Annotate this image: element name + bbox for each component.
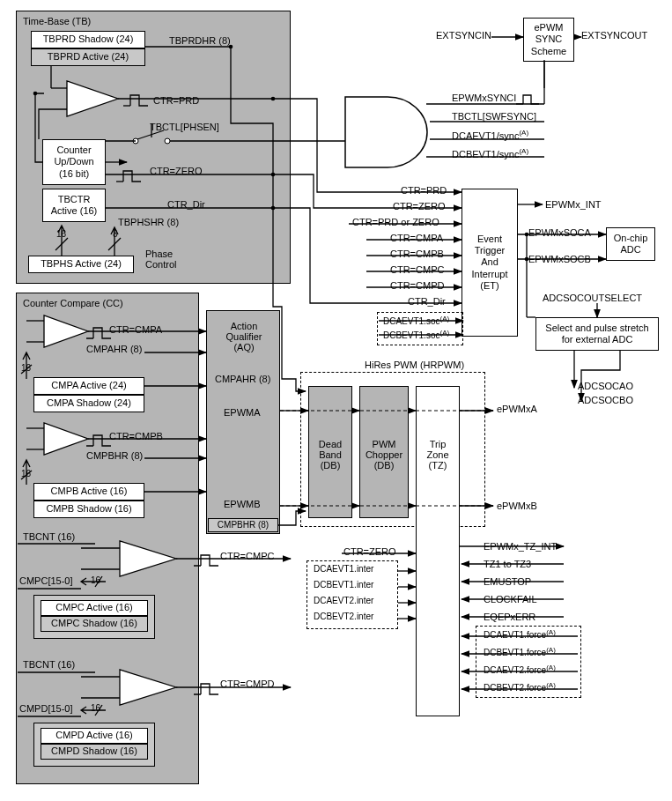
dcbevt1-force: DCBEVT1.force(A) — [484, 647, 556, 657]
tbprdhr-label: TBPRDHR (8) — [169, 35, 231, 46]
dcbevt1-inter: DCBEVT1.inter — [314, 580, 373, 590]
cmpbhr-label: CMPBHR (8) — [86, 450, 143, 461]
db-label: Dead Band (DB) — [314, 439, 347, 471]
tbctl-phsen-label: TBCTL[PHSEN] — [150, 122, 219, 132]
cmpc-slice-label: CMPC[15-0] — [19, 575, 73, 586]
et-ctr-cmpd: CTR=CMPD — [390, 280, 444, 291]
et-ctr-dir: CTR_Dir — [408, 296, 446, 307]
ctr-cmpa-label: CTR=CMPA — [109, 324, 162, 335]
dcaevt1-force: DCAEVT1.force(A) — [484, 629, 556, 640]
trip-zone-block — [416, 386, 460, 716]
dcbevt1-sync-label: DCBEVT1/sync(A) — [452, 148, 528, 159]
dcaevt2-force: DCAEVT2.force(A) — [484, 664, 556, 675]
sync-scheme-block: ePWM SYNC Scheme — [523, 18, 574, 62]
et-ctr-cmpa: CTR=CMPA — [390, 233, 443, 243]
aq-epwmb: EPWMB — [224, 499, 261, 509]
hrpwm-title: HiRes PWM (HRPWM) — [365, 360, 464, 370]
tz-ctr-zero: CTR=ZERO — [343, 546, 396, 557]
tbctl-swfsync-label: TBCTL[SWFSYNC] — [452, 111, 536, 122]
dcbevt2-force: DCBEVT2.force(A) — [484, 682, 556, 693]
cmpd-shadow: CMPD Shadow (16) — [41, 744, 148, 760]
cc-title: Counter Compare (CC) — [23, 298, 123, 308]
aq-cmpbhr: CMPBHR (8) — [208, 518, 278, 532]
et-dcb-soc: DCBEVT1.soc(A) — [383, 330, 449, 340]
cmpd-slice-label: CMPD[15-0] — [19, 703, 73, 714]
cmpd-active: CMPD Active (16) — [41, 728, 148, 744]
cmpc-shadow: CMPC Shadow (16) — [41, 616, 148, 632]
eqeperr-label: EQEPxERR — [484, 612, 535, 622]
tbprd-shadow: TBPRD Shadow (24) — [31, 31, 145, 48]
tb-width8: 8 — [113, 229, 118, 239]
extsyncout-label: EXTSYNCOUT — [581, 30, 647, 41]
cmpb-w16: 16 — [21, 469, 31, 478]
tb-width16: 16 — [56, 229, 66, 239]
clockfail-label: CLOCKFAIL — [484, 594, 537, 604]
phase-control-label: Phase Control — [145, 248, 176, 270]
adcsocbo-label: ADCSOCBO — [578, 395, 633, 405]
pc-label: PWM Chopper (DB) — [363, 439, 405, 471]
tz1-tz3-label: TZ1 to TZ3 — [484, 559, 531, 569]
tbcnt2-label: TBCNT (16) — [23, 659, 75, 670]
extsyncin-label: EXTSYNCIN — [436, 30, 491, 41]
dcaevt2-inter: DCAEVT2.inter — [314, 596, 373, 605]
epwmxsocb-label: EPWMxSOCB — [528, 254, 591, 264]
et-dca-soc: DCAEVT1.soc(A) — [383, 315, 449, 326]
dcaevt1-sync-label: DCAEVT1/sync(A) — [452, 130, 528, 141]
ctr-zero-label: CTR=ZERO — [150, 166, 203, 176]
tbphs-active: TBPHS Active (24) — [28, 256, 134, 273]
tbphshr-label: TBPHSHR (8) — [118, 217, 179, 227]
et-ctr-cmpb: CTR=CMPB — [390, 248, 444, 259]
dcbevt2-inter: DCBEVT2.inter — [314, 612, 373, 621]
select-stretch-block: Select and pulse stretch for external AD… — [535, 317, 659, 351]
ctr-dir-label: CTR_Dir — [167, 199, 205, 210]
ctr-prd-label: CTR=PRD — [153, 95, 199, 106]
et-ctr-prd-or-zero: CTR=PRD or ZERO — [352, 217, 439, 227]
tbprd-active: TBPRD Active (24) — [31, 48, 145, 66]
aq-epwma: EPWMA — [224, 407, 261, 418]
epwmxsoca-label: EPWMxSOCA — [528, 227, 591, 238]
aq-cmpahr: CMPAHR (8) — [215, 374, 270, 384]
et-block: Event Trigger And Interrupt (ET) — [462, 189, 518, 337]
adcsocao-label: ADCSOCAO — [578, 381, 633, 391]
cmpb-active: CMPB Active (16) — [33, 483, 144, 501]
epwmxsynci-label: EPWMxSYNCI — [452, 93, 516, 103]
cmpc-active: CMPC Active (16) — [41, 600, 148, 616]
cmpc-w16: 16 — [91, 575, 100, 585]
cmpa-shadow: CMPA Shadow (24) — [33, 395, 144, 412]
emustop-label: EMUSTOP — [484, 576, 531, 587]
et-ctr-cmpc: CTR=CMPC — [390, 264, 444, 275]
time-base-title: Time-Base (TB) — [23, 16, 91, 26]
tbcnt1-label: TBCNT (16) — [23, 531, 75, 542]
cmpahr-label: CMPAHR (8) — [86, 344, 142, 354]
counter-updown: Counter Up/Down (16 bit) — [42, 139, 106, 185]
onchip-adc-block: On-chip ADC — [606, 227, 655, 261]
cmpa-active: CMPA Active (24) — [33, 377, 144, 395]
ctr-cmpc-label: CTR=CMPC — [220, 551, 274, 561]
tbctr-active: TBCTR Active (16) — [42, 189, 106, 222]
epwmx-tz-int-label: EPWMx_TZ_INT — [484, 541, 557, 552]
dcaevt1-inter: DCAEVT1.inter — [314, 564, 373, 574]
ctr-cmpd-label: CTR=CMPD — [220, 679, 274, 689]
aq-title: Action Qualifier (AQ) — [222, 321, 266, 352]
tz-label: Trip Zone (TZ) — [423, 439, 453, 471]
ctr-cmpb-label: CTR=CMPB — [109, 431, 163, 441]
cmpd-w16: 16 — [91, 703, 100, 713]
et-ctr-prd: CTR=PRD — [401, 185, 447, 196]
cmpa-w16: 16 — [21, 363, 31, 373]
et-ctr-zero: CTR=ZERO — [393, 201, 446, 211]
epwmxb-label: ePWMxB — [497, 501, 537, 511]
cmpb-shadow: CMPB Shadow (16) — [33, 501, 144, 518]
adcsocoutselect-label: ADCSOCOUTSELECT — [543, 293, 642, 303]
epwmxa-label: ePWMxA — [497, 404, 537, 414]
epwmx-int-label: EPWMx_INT — [545, 199, 602, 210]
